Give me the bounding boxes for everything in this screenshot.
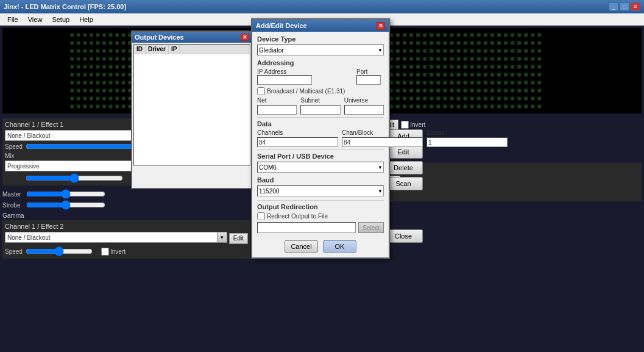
- ok-btn[interactable]: OK: [323, 240, 356, 253]
- svg-point-415: [416, 96, 420, 101]
- close-btn[interactable]: ✕: [631, 2, 640, 11]
- svg-point-146: [76, 96, 80, 100]
- svg-point-99: [121, 73, 125, 76]
- invert-check[interactable]: Invert: [101, 248, 126, 256]
- file-path-input[interactable]: [257, 222, 356, 233]
- ch2-invert-check[interactable]: Invert: [401, 121, 425, 129]
- svg-point-424: [477, 96, 481, 101]
- svg-point-449: [456, 104, 461, 109]
- ch2-invert-checkbox[interactable]: [401, 121, 409, 129]
- svg-point-234: [517, 41, 522, 45]
- svg-point-217: [403, 41, 407, 45]
- divider-3: [257, 200, 384, 201]
- redirect-checkbox[interactable]: [257, 212, 265, 220]
- broadcast-row: Broadcast / Multicast (E1.31): [257, 87, 384, 95]
- device-type-select[interactable]: Glediator Artnet E1.31: [257, 45, 384, 56]
- universe-input[interactable]: [344, 105, 384, 115]
- net-input[interactable]: [257, 105, 297, 115]
- menu-setup[interactable]: Setup: [47, 15, 74, 24]
- mix-slider[interactable]: [26, 173, 123, 183]
- svg-point-422: [463, 96, 467, 101]
- svg-point-394: [463, 88, 467, 93]
- channel1-effect2-dropdown[interactable]: None / Blackout ▼: [5, 232, 227, 243]
- menu-file[interactable]: File: [2, 15, 23, 24]
- svg-point-262: [517, 49, 522, 53]
- channels-input[interactable]: [257, 137, 338, 147]
- svg-point-339: [470, 73, 474, 77]
- svg-point-304: [423, 65, 427, 69]
- svg-point-397: [484, 88, 488, 93]
- broadcast-checkbox[interactable]: [257, 87, 265, 95]
- redirect-row: Redirect Output to File: [257, 212, 384, 220]
- data-label: Data: [257, 120, 384, 128]
- svg-point-291: [524, 57, 528, 61]
- invert-checkbox[interactable]: [101, 248, 109, 256]
- app-title: Jinx! - LED Matrix Control [FPS: 25.00]: [4, 3, 126, 10]
- select-btn[interactable]: Select: [358, 222, 384, 233]
- svg-point-22: [89, 41, 93, 45]
- port-input[interactable]: [356, 75, 381, 85]
- svg-point-206: [517, 33, 522, 37]
- svg-point-287: [497, 57, 501, 61]
- svg-point-345: [511, 73, 515, 77]
- menu-view[interactable]: View: [23, 15, 48, 24]
- col-id: ID: [134, 45, 146, 54]
- svg-point-459: [524, 104, 528, 109]
- svg-point-250: [436, 49, 441, 53]
- svg-point-189: [403, 33, 407, 37]
- svg-point-461: [537, 104, 542, 109]
- svg-point-362: [436, 81, 441, 85]
- gamma-label: Gamma: [2, 212, 24, 219]
- mix-label: Mix: [5, 153, 15, 159]
- svg-point-428: [504, 96, 508, 101]
- output-devices-list[interactable]: [134, 54, 250, 164]
- output-redirection-label: Output Redirection: [257, 203, 384, 210]
- svg-point-218: [409, 41, 414, 45]
- svg-point-134: [115, 88, 119, 92]
- subnet-input[interactable]: [300, 105, 340, 115]
- svg-point-171: [121, 104, 125, 108]
- svg-point-368: [477, 81, 481, 85]
- svg-point-192: [423, 33, 427, 37]
- output-devices-close-btn[interactable]: ✕: [241, 34, 249, 41]
- strobe-slider[interactable]: [26, 200, 105, 210]
- minimize-btn[interactable]: _: [609, 2, 618, 11]
- svg-point-401: [511, 88, 515, 93]
- baud-select[interactable]: 115200: [257, 185, 384, 196]
- svg-point-312: [477, 65, 481, 69]
- svg-point-342: [490, 73, 495, 77]
- svg-point-427: [497, 96, 501, 101]
- svg-point-165: [83, 104, 87, 108]
- data-row: Channels Chan/Block Blocks: [257, 129, 384, 147]
- svg-point-63: [121, 57, 125, 60]
- menu-help[interactable]: Help: [74, 15, 98, 24]
- svg-point-253: [456, 49, 461, 53]
- net-label: Net: [257, 97, 297, 104]
- strobe-label: Strobe: [2, 202, 24, 209]
- svg-point-366: [463, 81, 467, 85]
- svg-point-328: [396, 73, 400, 77]
- svg-point-237: [537, 41, 542, 45]
- svg-point-153: [121, 96, 125, 100]
- blocks-input[interactable]: [426, 137, 508, 147]
- svg-point-330: [409, 73, 414, 77]
- effect2-speed-slider[interactable]: [26, 246, 93, 256]
- chan-block-input[interactable]: [342, 137, 423, 147]
- svg-point-390: [436, 88, 441, 93]
- svg-point-333: [430, 73, 434, 77]
- svg-point-441: [403, 104, 407, 109]
- dialog-close-btn[interactable]: ✕: [377, 22, 385, 30]
- cancel-btn[interactable]: Cancel: [285, 240, 318, 253]
- svg-point-369: [484, 81, 488, 85]
- divider-2: [257, 149, 384, 150]
- svg-point-305: [430, 65, 434, 69]
- serial-port-select[interactable]: COM6: [257, 162, 384, 173]
- master-slider[interactable]: [26, 189, 105, 199]
- channel1-effect2-edit-btn[interactable]: Edit: [229, 233, 248, 244]
- svg-point-25: [108, 41, 112, 45]
- ip-input[interactable]: [257, 75, 312, 85]
- svg-point-442: [409, 104, 414, 109]
- svg-point-372: [504, 81, 508, 85]
- maximize-btn[interactable]: □: [620, 2, 629, 11]
- svg-point-222: [436, 41, 441, 45]
